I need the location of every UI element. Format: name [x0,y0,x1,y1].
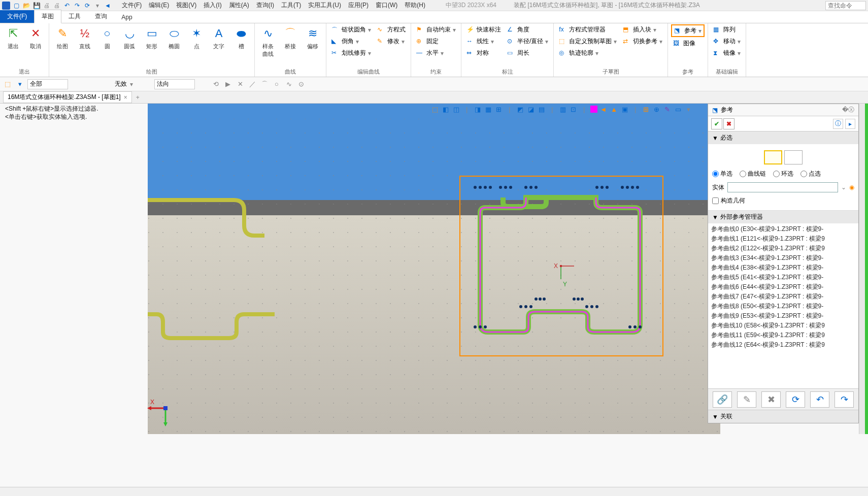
vp-icon-8[interactable]: ◪ [526,105,536,114]
vp-icon-7[interactable]: ◩ [516,105,525,114]
line-button[interactable]: ½直线 [75,24,95,51]
menu-file[interactable]: 文件(F) [119,0,145,11]
tab-sketch[interactable]: 草图 [34,10,61,23]
menu-window[interactable]: 窗口(W) [373,0,400,11]
symmetric-button[interactable]: ⇔对称 [464,48,503,58]
list-item[interactable]: 参考曲线8 (E50<-横梁9-1.Z3PRT : 横梁9- [710,302,856,311]
list-item[interactable]: 参考曲线0 (E30<-横梁9-1.Z3PRT : 横梁9- [710,224,856,234]
bridge-button[interactable]: ⌒桥接 [280,24,301,51]
horizontal-button[interactable]: —水平▾ [414,48,458,58]
image-button[interactable]: 🖼图像 [671,38,705,49]
filter-icon[interactable]: ⬚ [3,80,12,89]
quickdim-button[interactable]: ⚡快速标注 [464,24,503,35]
new-icon[interactable]: ▢ [12,2,20,10]
refresh-icon[interactable]: ⟳ [83,2,91,10]
draw-button[interactable]: ✎绘图 [52,24,73,51]
cancel-button[interactable]: ✕取消 [25,24,46,51]
eqmgr-button[interactable]: fx方程式管理器 [557,24,619,35]
printpreview-icon[interactable]: 🖨 [53,2,61,10]
play6-icon[interactable]: ○ [272,80,281,89]
vp-icon-9[interactable]: ▤ [537,105,546,114]
list-item[interactable]: 参考曲线2 (E122<-横梁9-1.Z3PRT : 横梁9 [710,244,856,253]
back-icon[interactable]: ◄ [104,2,112,10]
radio-loop[interactable]: 环选 [773,170,793,178]
list-item[interactable]: 参考曲线12 (E64<-横梁9-1.Z3PRT : 横梁9 [710,340,856,350]
spline-button[interactable]: ∿样条曲线 [258,24,278,59]
refresh-all-button[interactable]: ⟳ [786,391,805,408]
radio-point[interactable]: 点选 [800,170,821,178]
ref-mode-2[interactable] [784,150,803,164]
search-command-input[interactable] [825,1,866,10]
vp-icon-16[interactable]: ⊞ [642,105,651,114]
radio-chain[interactable]: 曲线链 [740,170,766,178]
vp-color-icon[interactable] [590,106,597,113]
slot-button[interactable]: ⬬槽 [231,24,251,51]
info-button[interactable]: ⓘ [833,119,843,129]
play8-icon[interactable]: ⊙ [296,80,306,89]
tab-app[interactable]: App [114,12,139,23]
menu-util[interactable]: 实用工具(U) [305,0,344,11]
list-item[interactable]: 参考曲线11 (E59<-横梁9-1.Z3PRT : 横梁9 [710,330,856,340]
offset-button[interactable]: ≋偏移 [303,24,323,51]
vp-icon-5[interactable]: ▦ [484,105,493,114]
close-icon[interactable]: × [124,94,127,101]
ok-button[interactable]: ✔ [711,118,722,129]
text-button[interactable]: A文字 [209,24,229,51]
menu-attr[interactable]: 属性(A) [226,0,252,11]
vp-icon-19[interactable]: ▭ [674,105,683,114]
list-item[interactable]: 参考曲线7 (E47<-横梁9-1.Z3PRT : 横梁9- [710,292,856,302]
arc-button[interactable]: ◡圆弧 [119,24,140,51]
open-icon[interactable]: 📂 [22,2,30,10]
list-item[interactable]: 参考曲线1 (E121<-横梁9-1.Z3PRT : 横梁9 [710,234,856,244]
tab-tools[interactable]: 工具 [61,10,88,23]
reference-list[interactable]: 参考曲线0 (E30<-横梁9-1.Z3PRT : 横梁9- 参考曲线1 (E1… [708,223,858,388]
linear-button[interactable]: ↔线性▾ [464,36,503,47]
insertblock-button[interactable]: ⬒插入块▾ [621,24,664,35]
point-button[interactable]: ✶点 [186,24,207,51]
list-item[interactable]: 参考曲线4 (E38<-横梁9-1.Z3PRT : 横梁9- [710,263,856,273]
vp-icon-20[interactable]: ▾ [684,105,693,114]
filter2-icon[interactable]: ▾ [15,80,24,89]
redo-icon[interactable]: ↷ [73,2,81,10]
fix-button[interactable]: ⊕固定 [414,36,458,47]
modify-button[interactable]: ✎修改▾ [375,36,408,47]
expand-button[interactable]: ▸ [845,119,855,129]
add-tab-icon[interactable]: + [136,94,140,101]
save-icon[interactable]: 💾 [32,2,41,10]
panel-close-icon[interactable]: �ⓧ [842,106,854,114]
radio-single[interactable]: 单选 [712,170,732,178]
play4-icon[interactable]: ／ [248,80,257,89]
play5-icon[interactable]: ⌒ [260,80,269,89]
filter-combo[interactable]: 全部 [27,79,68,89]
trim-button[interactable]: ✂划线修剪▾ [329,48,373,58]
play1-icon[interactable]: ⟲ [211,80,220,89]
menu-edit[interactable]: 编辑(E) [146,0,172,11]
section-required[interactable]: ▼ 必选 [708,131,858,144]
doc-tab[interactable]: 16M塔式立体循环种植架.Z3ASM - [草图1] × [3,91,132,103]
exit-button[interactable]: ⇱退出 [3,24,23,51]
undo-ref-button[interactable]: ↶ [810,391,829,408]
angle-button[interactable]: ∠角度 [505,24,550,35]
entity-input[interactable] [727,182,838,192]
list-item[interactable]: 参考曲线10 (E58<-横梁9-1.Z3PRT : 横梁9 [710,321,856,330]
menu-view[interactable]: 视图(V) [173,0,199,11]
invalid-drop[interactable]: ▾ [130,81,133,88]
list-item[interactable]: 参考曲线9 (E53<-横梁9-1.Z3PRT : 横梁9- [710,311,856,321]
vp-icon-1[interactable]: ⬚ [430,105,440,114]
auto-constraint-button[interactable]: ⚑自动约束▾ [414,24,458,35]
right-side-strip[interactable] [859,104,868,434]
tab-file[interactable]: 文件(F) [0,10,34,23]
vp-icon-11[interactable]: ⊡ [569,105,578,114]
vp-icon-2[interactable]: ◧ [441,105,450,114]
perimeter-button[interactable]: ▭周长 [505,48,550,58]
trace-button[interactable]: ◎轨迹轮廓▾ [557,48,619,58]
vp-icon-18[interactable]: ✎ [663,105,672,114]
entity-pick-icon[interactable]: ◉ [849,184,854,191]
cancel-panel-button[interactable]: ✖ [723,118,735,129]
link-button[interactable]: 🔗 [713,391,732,408]
array-button[interactable]: ▦阵列 [711,24,743,35]
menu-query[interactable]: 查询(I) [253,0,277,11]
menu-app[interactable]: 应用(P) [345,0,372,11]
play2-icon[interactable]: ▶ [223,80,232,89]
list-item[interactable]: 参考曲线3 (E34<-横梁9-1.Z3PRT : 横梁9- [710,253,856,263]
